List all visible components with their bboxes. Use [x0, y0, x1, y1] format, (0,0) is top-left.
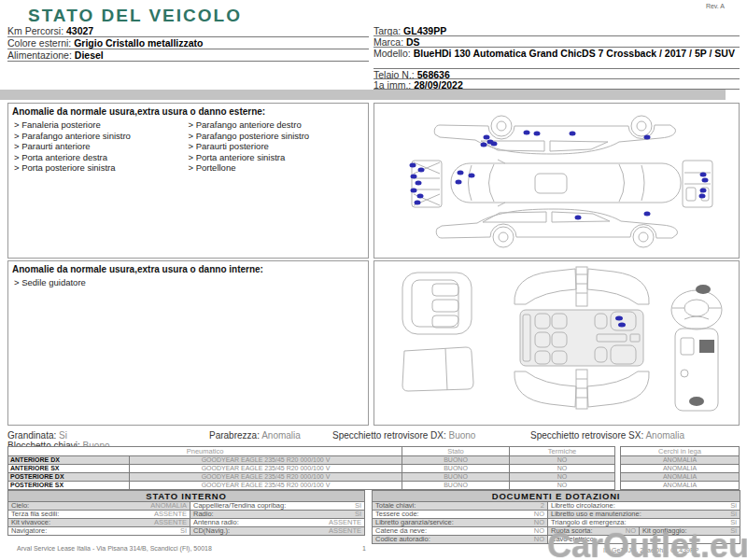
field-value: Grigio Cristallo metallizzato	[74, 37, 203, 49]
kv-value: Si	[730, 511, 737, 518]
kv-value: 2	[541, 502, 544, 510]
check-label: Parabrezza:	[209, 430, 260, 441]
documenti-title: DOCUMENTI E DOTAZIONI	[373, 491, 740, 502]
field-label: Km Percorsi:	[7, 25, 63, 36]
tyre-table-header: Pneumatico Stato Termiche	[8, 447, 615, 456]
documenti-row: Tessere code:NO Libretto uso e manutenzi…	[373, 511, 740, 519]
cerchi-value: ANOMALIA	[621, 473, 740, 482]
vehicle-summary-right: Targa: GL439PP Marca: DS Modello: BlueHD…	[374, 25, 740, 90]
kv-value: SI	[355, 502, 361, 510]
kv-value: ASSENTE	[329, 527, 361, 535]
anomaly-item: > Sedile guidatore	[14, 277, 189, 288]
interior-diagram-panel	[374, 260, 740, 426]
field-km-percorsi: Km Percorsi: 43027	[7, 25, 369, 37]
anomaly-item: > Porta posteriore sinistra	[14, 162, 189, 174]
kv-value: NO	[534, 511, 544, 518]
tyre-termiche: NO	[510, 465, 615, 473]
kv-value: NO	[534, 527, 544, 535]
check-specchietto-sx: Specchietto retrovisore SX: Anomalia	[530, 430, 684, 441]
kv-label: Codice autoradio:	[375, 536, 430, 543]
tyre-position: POSTERIORE SX	[8, 482, 130, 490]
kv-label: Totale chiavi:	[375, 502, 416, 510]
column-header-termiche: Termiche	[510, 447, 615, 456]
tyre-table: Pneumatico Stato Termiche ANTERIORE DX G…	[7, 446, 615, 490]
cerchi-value: ANOMALIA	[621, 482, 740, 490]
check-value: Buono	[449, 430, 476, 441]
separator-band	[0, 90, 726, 100]
alloy-wheels-table: Cerchi in lega ANOMALIA ANOMALIA ANOMALI…	[620, 446, 740, 490]
kv-label: Navigatore:	[11, 527, 47, 535]
anomaly-item: > Parafango posteriore sinistro	[189, 131, 363, 142]
field-value: 43027	[66, 25, 93, 36]
kv-value: SI	[355, 511, 361, 518]
check-specchietto-dx: Specchietto retrovisore DX: Buono	[332, 430, 475, 441]
kv-label: Catene da neve:	[375, 527, 427, 535]
tyre-row: POSTERIORE SX GOODYEAR EAGLE 235/45 R20 …	[8, 482, 615, 490]
stato-interno-title: STATO INTERNO	[8, 491, 365, 502]
column-header-cerchi: Cerchi in lega	[621, 447, 740, 456]
field-label: 1a imm.:	[374, 79, 411, 90]
field-colore-esterni: Colore esterni: Grigio Cristallo metalli…	[7, 37, 369, 49]
stato-interno-row: Terza fila sedili:ASSENTE Radio:SI	[8, 511, 365, 519]
kv-value: NO	[534, 519, 544, 526]
kv-value: ANOMALIA	[150, 502, 187, 510]
anomaly-item: > Parafango anteriore sinistro	[14, 131, 189, 142]
kv-label: CD(Navig.):	[193, 527, 230, 535]
kv-label: Triangolo di emergenza:	[551, 519, 627, 526]
field-marca: Marca: DS	[374, 36, 740, 48]
interior-anomalies-heading: Anomalie da normale usura,extra usura o …	[12, 264, 364, 274]
stato-interno-row: Cielo:ANOMALIA Cappelliera/Tendina copri…	[8, 502, 365, 511]
cerchi-value: ANOMALIA	[621, 465, 740, 473]
field-modello: Modello: BlueHDi 130 Automatica Grand Ch…	[374, 48, 740, 69]
check-label: Specchietto retrovisore SX:	[530, 430, 643, 441]
tyre-termiche: NO	[510, 473, 615, 482]
field-value: 568636	[417, 69, 450, 79]
tyre-position: POSTERIORE DX	[8, 473, 130, 482]
kv-value: ASSENTE	[154, 519, 187, 526]
kv-label: Kit vivavoce:	[11, 519, 50, 526]
field-label: Telaio N.:	[374, 69, 415, 79]
stato-interno-row: Navigatore:SI CD(Navig.):ASSENTE	[8, 527, 365, 536]
field-value: DS	[406, 36, 420, 48]
field-value: 28/09/2022	[414, 79, 463, 90]
kv-value: Si	[730, 502, 737, 510]
caroutlet-watermark: CarOutlet.eu	[547, 526, 747, 560]
tyre-spec: GOODYEAR EAGLE 235/45 R20 000/100 V	[130, 465, 402, 473]
field-targa: Targa: GL439PP	[374, 25, 740, 36]
field-label: Colore esterni:	[7, 37, 71, 49]
kv-label: Terza fila sedili:	[11, 511, 59, 518]
anomaly-item: > Fanaleria posteriore	[14, 119, 189, 131]
kv-label: Libretto circolazione:	[551, 502, 615, 510]
exterior-damage-dots	[410, 131, 709, 220]
stato-interno-row: Kit vivavoce:ASSENTE Antenna radio:ASSEN…	[8, 519, 365, 527]
kv-label: Cielo:	[11, 502, 29, 510]
check-grandinata: Grandinata: Si	[7, 430, 67, 441]
kv-label: Cappelliera/Tendina copribag:	[193, 502, 286, 510]
check-value: Anomalia	[261, 430, 301, 441]
check-value: Si	[59, 430, 67, 441]
page-title: STATO DEL VEICOLO	[28, 6, 242, 26]
kv-label: Libretto garanzia/service:	[375, 519, 454, 526]
tyre-position: ANTERIORE DX	[8, 456, 130, 465]
vehicle-status-report: STATO DEL VEICOLO Rev. A Km Percorsi: 43…	[0, 0, 747, 560]
tyre-termiche: NO	[510, 482, 615, 490]
tyre-termiche: NO	[510, 456, 615, 465]
check-value: Anomalia	[645, 430, 684, 441]
field-label: Marca:	[374, 36, 403, 48]
documenti-row: Totale chiavi:2 Libretto circolazione:Si	[373, 502, 740, 511]
stato-interno-table: STATO INTERNO Cielo:ANOMALIA Cappelliera…	[7, 490, 365, 536]
cerchi-value: ANOMALIA	[621, 456, 740, 465]
exterior-anomalies-col2: > Parafango anteriore destro > Parafango…	[189, 119, 363, 174]
tyre-row: ANTERIORE DX GOODYEAR EAGLE 235/45 R20 0…	[8, 456, 615, 465]
kv-value: NO	[534, 536, 544, 543]
tyre-spec: GOODYEAR EAGLE 235/45 R20 000/100 V	[130, 456, 402, 465]
anomaly-item: > Paraurti anteriore	[14, 141, 189, 152]
tyre-spec: GOODYEAR EAGLE 235/45 R20 000/100 V	[130, 473, 402, 482]
anomaly-item: > Parafango anteriore destro	[189, 119, 363, 131]
field-telaio: Telaio N.: 568636	[374, 69, 740, 79]
exterior-anomalies-list: > Fanaleria posteriore > Parafango anter…	[14, 119, 362, 174]
kv-label: Libretto uso e manutenzione:	[551, 511, 641, 518]
tyre-row: POSTERIORE DX GOODYEAR EAGLE 235/45 R20 …	[8, 473, 615, 482]
revision-label: Rev. A	[706, 3, 725, 9]
car-interior-diagram	[374, 261, 739, 425]
